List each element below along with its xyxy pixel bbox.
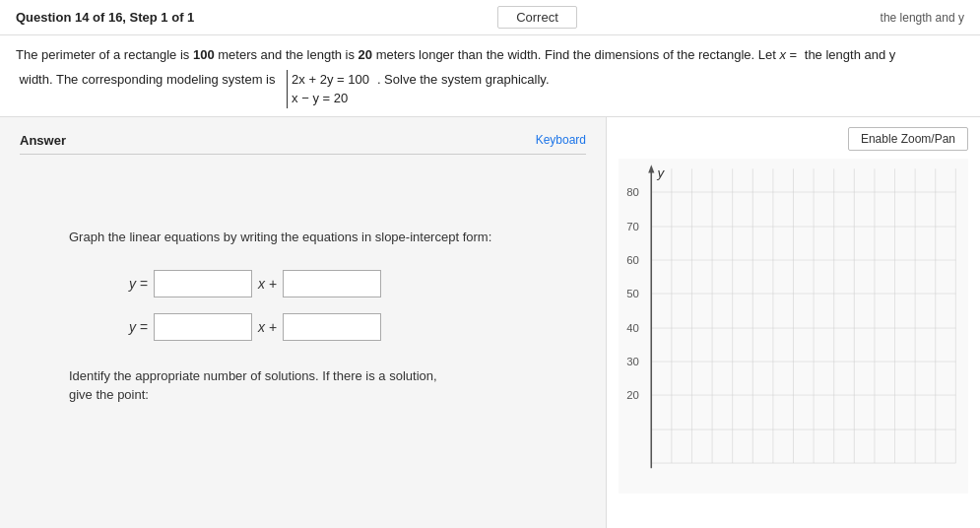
- graph-svg: y 80 70 60 50 40 30 20: [619, 159, 968, 494]
- svg-marker-26: [648, 165, 654, 172]
- eq1-x-label: x +: [258, 276, 277, 292]
- equation-row-2: y = x +: [118, 313, 586, 341]
- eq2-display: x − y = 20: [292, 89, 369, 108]
- eq1-coefficient-input[interactable]: [154, 270, 252, 297]
- system-equations: 2x + 2y = 100 x − y = 20: [287, 70, 369, 108]
- svg-text:70: 70: [626, 221, 639, 232]
- keyboard-button[interactable]: Keyboard: [536, 133, 586, 147]
- left-panel: Answer Keyboard Graph the linear equatio…: [0, 117, 606, 528]
- identify-text: Identify the appropriate number of solut…: [69, 366, 443, 405]
- eq1-label: y =: [118, 276, 148, 292]
- eq2-constant-input[interactable]: [283, 313, 381, 341]
- svg-text:50: 50: [626, 288, 639, 299]
- answer-label: Answer: [20, 133, 66, 148]
- problem-area: The perimeter of a rectangle is 100 mete…: [0, 35, 980, 117]
- svg-text:30: 30: [626, 356, 639, 367]
- question-label: Question 14 of 16, Step 1 of 1: [16, 10, 194, 25]
- top-bar: Question 14 of 16, Step 1 of 1 Correct t…: [0, 0, 980, 35]
- cut-off-text: the length and y: [881, 11, 964, 25]
- correct-badge: Correct: [497, 6, 577, 29]
- graph-container: y 80 70 60 50 40 30 20: [619, 159, 968, 494]
- svg-text:40: 40: [626, 322, 639, 334]
- solve-text: . Solve the system graphically.: [377, 70, 550, 91]
- eq2-coefficient-input[interactable]: [154, 313, 252, 341]
- main-content: Answer Keyboard Graph the linear equatio…: [0, 117, 980, 528]
- problem-intro: The perimeter of a rectangle is 100 mete…: [16, 45, 801, 66]
- svg-text:80: 80: [626, 186, 639, 198]
- answer-header: Answer Keyboard: [20, 133, 586, 155]
- eq2-x-label: x +: [258, 319, 277, 335]
- problem-text: The perimeter of a rectangle is 100 mete…: [16, 45, 964, 108]
- eq2-label: y =: [118, 319, 148, 335]
- svg-text:60: 60: [626, 254, 639, 266]
- problem-width: width. The corresponding modeling system…: [16, 70, 279, 91]
- equation-row-1: y = x +: [118, 270, 586, 297]
- eq1-constant-input[interactable]: [283, 270, 381, 297]
- svg-text:y: y: [656, 165, 665, 179]
- graph-instruction: Graph the linear equations by writing th…: [69, 230, 586, 244]
- zoom-pan-button[interactable]: Enable Zoom/Pan: [848, 127, 968, 151]
- svg-text:20: 20: [626, 389, 639, 401]
- eq1-display: 2x + 2y = 100: [292, 70, 369, 90]
- right-panel: Enable Zoom/Pan: [606, 117, 980, 528]
- problem-inline-cut: the length and y: [805, 45, 896, 66]
